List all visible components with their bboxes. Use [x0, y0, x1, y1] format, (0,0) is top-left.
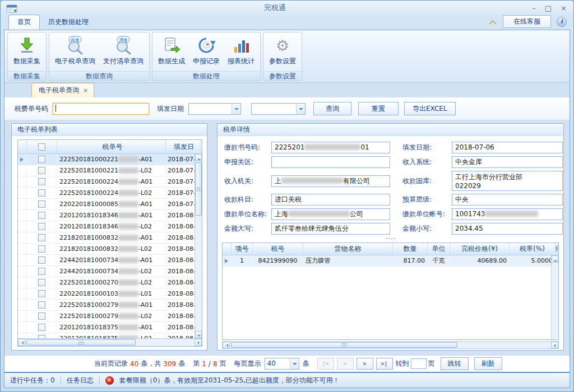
tax-bill-row[interactable]: 222520181000221-L02 2018-07- — [18, 165, 202, 176]
payer-name-field[interactable]: 上海公司 — [271, 208, 390, 220]
column-dutiable-value[interactable]: 完税价格(¥) — [450, 243, 510, 255]
online-service-button[interactable]: 在线客服 — [503, 15, 551, 28]
tax-bill-row[interactable]: 221820181000832-A01 2018-08- — [18, 232, 202, 244]
e-tax-bill-query-button[interactable]: 税单 电子税单查询 — [51, 34, 99, 71]
tax-bill-row[interactable]: 224420181000734-L02 2018-08- — [18, 266, 202, 277]
collect-data-button[interactable]: 数据采集 — [10, 34, 44, 71]
column-tax-no[interactable]: 税号 — [253, 243, 303, 255]
row-checkbox-cell[interactable] — [27, 288, 57, 299]
column-bill-no[interactable]: 税单号 — [57, 140, 166, 153]
treasury-field[interactable]: 工行上海市分行营业部022029 — [452, 171, 563, 191]
column-goods-name[interactable]: 货物名称 — [303, 243, 393, 255]
info-icon[interactable]: i — [557, 17, 567, 27]
collect-subject-field[interactable]: 进口关税 — [271, 194, 390, 206]
row-checkbox[interactable] — [38, 234, 45, 241]
prev-page-button[interactable]: < — [337, 358, 354, 370]
per-page-select[interactable]: 40 — [265, 358, 299, 370]
column-issue-date[interactable]: 填发日 — [166, 140, 201, 153]
row-checkbox[interactable] — [38, 178, 45, 185]
declaration-record-button[interactable]: 申报记录 — [189, 34, 224, 71]
tab-history-data[interactable]: 历史数据处理 — [40, 15, 97, 30]
query-button[interactable]: 查询 — [313, 102, 351, 115]
tax-bill-row[interactable]: 220120181018375-L02 2018-08- — [18, 333, 202, 338]
row-checkbox-cell[interactable] — [27, 244, 57, 254]
close-button[interactable]: × — [561, 4, 567, 12]
income-agency-field[interactable]: 上有限公司 — [271, 175, 390, 187]
row-checkbox[interactable] — [38, 156, 45, 163]
parameter-settings-button[interactable]: ⚙ 参数设置 — [265, 34, 300, 71]
refresh-button[interactable]: 刷新 — [474, 357, 502, 370]
date-to-select[interactable] — [251, 103, 305, 115]
minimize-button[interactable]: – — [532, 4, 536, 12]
row-checkbox[interactable] — [38, 189, 45, 197]
row-checkbox-cell[interactable] — [27, 210, 57, 221]
reset-button[interactable]: 重置 — [358, 102, 399, 115]
maximize-button[interactable]: □ — [545, 4, 552, 12]
row-checkbox[interactable] — [38, 279, 45, 286]
payment-list-query-button[interactable]: 清单 支付清单查询 — [99, 34, 147, 71]
amount-num-field[interactable]: 2034.45 — [452, 223, 563, 235]
row-checkbox[interactable] — [38, 245, 45, 253]
row-checkbox-cell[interactable] — [27, 165, 57, 176]
tax-bill-row[interactable]: 222520181000224-A01 2018-07- — [18, 176, 202, 188]
row-checkbox[interactable] — [38, 200, 45, 208]
row-checkbox-cell[interactable] — [27, 232, 57, 243]
tab-e-tax-bill-query[interactable]: 电子税单查询 × — [31, 83, 94, 97]
row-checkbox-cell[interactable] — [27, 199, 57, 209]
goods-vertical-scrollbar[interactable] — [551, 255, 558, 339]
bill-no-input[interactable] — [53, 103, 149, 115]
generate-data-button[interactable]: 数据生成 — [154, 34, 189, 71]
row-checkbox-cell[interactable] — [27, 176, 57, 187]
export-excel-button[interactable]: 导出EXCEL — [404, 102, 456, 115]
goto-page-input[interactable] — [411, 358, 427, 369]
scroll-left-icon[interactable] — [18, 339, 25, 346]
row-checkbox-cell[interactable] — [27, 277, 57, 288]
tax-bill-row[interactable]: 222520181000279-L02 2018-08- — [18, 311, 202, 322]
tax-bill-row[interactable]: 221820181000832-L02 2018-08- — [18, 244, 202, 255]
scroll-up-icon[interactable] — [195, 154, 202, 161]
select-all-checkbox[interactable] — [38, 143, 45, 151]
row-checkbox-cell[interactable] — [27, 154, 57, 165]
income-system-field[interactable]: 中央金库 — [452, 156, 563, 168]
close-tab-icon[interactable]: × — [83, 87, 88, 94]
list-vertical-scrollbar[interactable] — [195, 154, 202, 338]
scrollbar-thumb[interactable] — [231, 342, 457, 348]
tab-home[interactable]: 首页 — [8, 15, 40, 30]
row-checkbox[interactable] — [38, 223, 45, 230]
row-checkbox[interactable] — [38, 268, 45, 275]
row-checkbox-cell[interactable] — [27, 188, 57, 198]
tax-bill-row[interactable]: 220120181018346-A01 2018-08- — [18, 210, 202, 221]
row-checkbox[interactable] — [38, 167, 45, 174]
select-all-cell[interactable] — [27, 140, 57, 153]
collapse-ribbon-icon[interactable] — [488, 18, 497, 25]
scrollbar-thumb[interactable] — [195, 162, 202, 216]
column-item-no[interactable]: 项号 — [232, 243, 253, 255]
scroll-down-icon[interactable] — [195, 331, 202, 338]
last-page-button[interactable]: >| — [376, 358, 393, 370]
row-checkbox-cell[interactable] — [27, 221, 57, 232]
scroll-right-icon[interactable] — [551, 342, 558, 348]
tax-bill-row[interactable]: 222520181000270-L02 2018-08- — [18, 277, 202, 288]
first-page-button[interactable]: |< — [317, 358, 334, 370]
row-checkbox[interactable] — [38, 290, 45, 297]
tax-bill-row[interactable]: 222520181000221-A01 2018-07- — [18, 154, 202, 165]
payer-account-field[interactable]: 1001743 — [452, 208, 563, 220]
task-log-link[interactable]: 任务日志 — [67, 376, 94, 385]
amount-cn-field[interactable]: 贰仟零叁拾肆元肆角伍分 — [271, 223, 390, 235]
issue-date-field[interactable]: 2018-07-06 — [452, 142, 563, 153]
scroll-left-icon[interactable] — [223, 342, 230, 348]
detail-horizontal-scrollbar[interactable] — [222, 341, 559, 349]
row-checkbox-cell[interactable] — [27, 311, 57, 321]
report-statistics-button[interactable]: 报表统计 — [224, 34, 258, 71]
tax-bill-row[interactable]: 222520181000224-L02 2018-07- — [18, 188, 202, 199]
tax-bill-row[interactable]: 222520181000279-A01 2018-08- — [18, 300, 202, 311]
goods-row[interactable]: 1 8421999090 压力膜管 817.00 千克 40689.00 5.0… — [223, 255, 558, 267]
list-horizontal-scrollbar[interactable] — [18, 338, 202, 346]
budget-level-field[interactable]: 中央 — [452, 194, 563, 206]
column-tax-rate[interactable]: 税率(%) — [510, 243, 556, 255]
row-checkbox[interactable] — [38, 312, 45, 320]
tax-bill-row[interactable]: 220220181000085-A01 2018-07- — [18, 199, 202, 210]
next-page-button[interactable]: > — [357, 358, 373, 370]
scroll-right-icon[interactable] — [195, 339, 202, 346]
row-checkbox-cell[interactable] — [27, 300, 57, 310]
